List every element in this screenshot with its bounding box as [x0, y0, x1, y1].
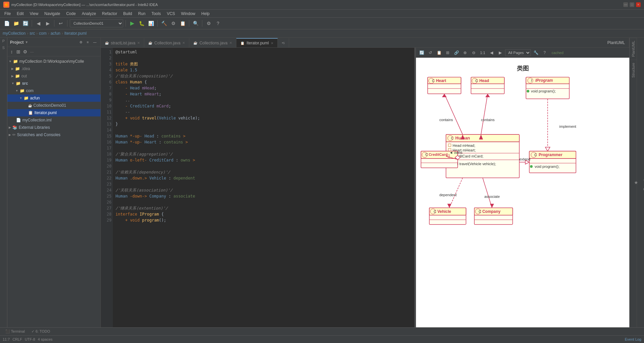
tree-item-mycollection[interactable]: ▼ 📁 myCollection D:\Workspace\myColle	[7, 58, 100, 65]
tree-label-out: out	[21, 74, 27, 78]
breadcrumb-com[interactable]: com	[39, 31, 47, 36]
menu-navigate[interactable]: Navigate	[42, 11, 63, 17]
profile-button[interactable]: 📋	[179, 19, 187, 27]
tab-close-collection[interactable]: ✕	[182, 41, 185, 45]
open-button[interactable]: 📁	[12, 19, 20, 27]
menu-code[interactable]: Code	[63, 11, 78, 17]
build2-button[interactable]: ⚙	[169, 19, 177, 27]
run-button[interactable]: ▶	[128, 19, 136, 27]
code-editor[interactable]: 12345 678910 1112131415 1617181920 21222…	[101, 48, 414, 327]
preview-link-button[interactable]: 🔗	[453, 49, 460, 56]
breadcrumb-iterator[interactable]: Iterator.puml	[64, 31, 87, 36]
tree-settings2-button[interactable]: ⚙	[22, 49, 28, 55]
structure-icon[interactable]: S	[0, 44, 7, 51]
tree-item-out[interactable]: ▶ 📁 out	[7, 72, 100, 80]
preview-grid-button[interactable]: ⊞	[444, 49, 451, 56]
preview-help-button[interactable]: ?	[541, 49, 548, 56]
tab-misc[interactable]: •s	[278, 38, 289, 47]
menu-view[interactable]: View	[27, 11, 41, 17]
tab-collection[interactable]: ☕ Collection.java ✕	[144, 38, 189, 47]
tree-sync-button[interactable]: ↕	[9, 49, 15, 55]
menu-vcs[interactable]: VCS	[164, 11, 178, 17]
tree-collapse-button[interactable]: ≡	[85, 39, 91, 45]
preview-prev-button[interactable]: ◀	[488, 49, 495, 56]
tree-item-scratches[interactable]: ▶ ✏ Scratches and Consoles	[7, 131, 100, 138]
run-config-dropdown[interactable]: CollectionDemo01	[70, 19, 123, 27]
new-file-button[interactable]: 📄	[3, 19, 11, 27]
menu-help[interactable]: Help	[199, 11, 212, 17]
tree-label-acfun: acfun	[30, 96, 40, 100]
tree-label-iterator-puml: Iterator.puml	[34, 110, 57, 115]
undo-button[interactable]: ↩	[57, 19, 65, 27]
tree-item-com[interactable]: ▼ 📁 com	[7, 87, 100, 94]
todo-tab[interactable]: ✓ 6: TODO	[29, 329, 53, 334]
label-owns: ◄ owns	[449, 150, 463, 154]
event-log-link[interactable]: Event Log	[625, 337, 641, 341]
favorites-item[interactable]: Favorites	[641, 174, 644, 192]
tree-dropdown-icon[interactable]: ▼	[25, 40, 28, 44]
menu-tools[interactable]: Tools	[149, 11, 164, 17]
minimize-button[interactable]: —	[623, 2, 628, 7]
code-text[interactable]: @startuml title 类图 scale 1.5 /'组合关系(comp…	[113, 48, 414, 327]
label-head-contains: contains	[481, 118, 495, 122]
breadcrumb-src[interactable]: src	[30, 31, 35, 36]
tab-close-iterator-puml[interactable]: ✕	[271, 41, 273, 45]
run-with-coverage-button[interactable]: 📊	[147, 19, 155, 27]
preview-refresh2-button[interactable]: ↺	[427, 49, 434, 56]
sync-button[interactable]: 🔄	[21, 19, 29, 27]
structure-vertical-tab[interactable]: Structure	[630, 60, 637, 80]
terminal-icon: ⬛	[5, 329, 10, 333]
preview-zoomin-button[interactable]: ⊕	[461, 49, 469, 56]
settings-button[interactable]: ⚙	[205, 19, 213, 27]
scratches-icon: ✏	[12, 132, 16, 137]
preview-page-selector[interactable]: All Pages	[505, 49, 531, 56]
tab-collections[interactable]: ☕ Collections.java ✕	[189, 38, 236, 47]
expand-arrow-acfun: ▼	[19, 96, 22, 100]
tree-item-src[interactable]: ▼ 📁 src	[7, 80, 100, 87]
help2-button[interactable]: ?	[214, 19, 222, 27]
tree-label-idea: .idea	[21, 66, 30, 71]
preview-next-button[interactable]: ▶	[496, 49, 504, 56]
tree-header: Project ▼ ⚙ ≡ —	[7, 38, 100, 47]
tree-item-iml[interactable]: 📄 myCollection.iml	[7, 116, 100, 124]
maximize-button[interactable]: □	[630, 2, 634, 7]
menu-file[interactable]: File	[2, 11, 13, 17]
tab-plantuml[interactable]: PlantUML	[603, 38, 629, 47]
tab-stractlist[interactable]: ☕ stractList.java ✕	[101, 38, 144, 47]
preview-refresh-button[interactable]: 🔄	[418, 49, 425, 56]
terminal-tab[interactable]: ⬛ Terminal	[3, 329, 27, 334]
forward-button[interactable]: ▶	[44, 19, 52, 27]
tab-iterator-puml[interactable]: 📋 Iterator.puml ✕	[236, 38, 278, 47]
debug-button[interactable]: 🐛	[138, 19, 146, 27]
menu-refactor[interactable]: Refactor	[99, 11, 120, 17]
back-button[interactable]: ◀	[34, 19, 42, 27]
tab-close-stractlist[interactable]: ✕	[137, 41, 140, 45]
menu-analyze[interactable]: Analyze	[79, 11, 99, 17]
build-button[interactable]: 🔨	[160, 19, 168, 27]
menu-edit[interactable]: Edit	[14, 11, 26, 17]
tree-expand-button[interactable]: ⊞	[15, 49, 21, 55]
breadcrumb-acfun[interactable]: acfun	[50, 31, 60, 36]
tree-settings-button[interactable]: ⚙	[78, 39, 84, 45]
tree-item-acfun[interactable]: ▼ 📁 acfun	[7, 94, 100, 102]
tab-close-collections[interactable]: ✕	[229, 41, 232, 45]
preview-zoom-level: 1:1	[479, 51, 486, 55]
close-button[interactable]: ✕	[636, 2, 641, 7]
breadcrumb-mycollection[interactable]: myCollection	[3, 31, 26, 36]
tree-item-external-libraries[interactable]: ▶ 📚 External Libraries	[7, 124, 100, 131]
star-icon[interactable]: ★	[633, 180, 639, 185]
search-button[interactable]: 🔍	[192, 19, 200, 27]
menu-run[interactable]: Run	[136, 11, 148, 17]
tree-item-collectiondemo01[interactable]: ☕ CollectionDemo01	[7, 102, 100, 109]
tree-item-iterator-puml[interactable]: 📋 Iterator.puml	[7, 109, 100, 116]
preview-zoomout-button[interactable]: ⊖	[470, 49, 477, 56]
tree-item-idea[interactable]: ▶ 📁 .idea	[7, 65, 100, 72]
menu-window[interactable]: Window	[178, 11, 198, 17]
menu-build[interactable]: Build	[121, 11, 135, 17]
tree-close-button[interactable]: —	[92, 39, 98, 45]
plantuml-vertical-tab[interactable]: PlantUML	[630, 38, 637, 59]
preview-copy-button[interactable]: 📋	[435, 49, 443, 56]
preview-wrench-button[interactable]: 🔧	[532, 49, 540, 56]
line-numbers: 12345 678910 1112131415 1617181920 21222…	[101, 48, 113, 327]
project-icon[interactable]: P	[0, 38, 7, 44]
